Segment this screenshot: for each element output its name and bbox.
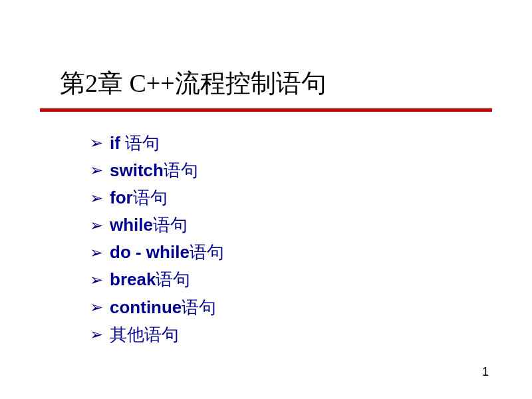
bullet-text: if 语句 bbox=[110, 132, 160, 155]
list-item: ➢ for语句 bbox=[90, 186, 532, 209]
bullet-text: for语句 bbox=[110, 186, 168, 209]
bullet-suffix: 语句 bbox=[164, 160, 198, 180]
bullet-list: ➢ if 语句 ➢ switch语句 ➢ for语句 ➢ while语句 ➢ d… bbox=[0, 132, 532, 346]
bullet-icon: ➢ bbox=[90, 160, 103, 181]
bullet-text: continue语句 bbox=[110, 296, 216, 319]
bullet-keyword: do - while bbox=[110, 242, 190, 262]
bullet-suffix: 语句 bbox=[125, 133, 160, 153]
bullet-icon: ➢ bbox=[90, 132, 103, 154]
bullet-text: switch语句 bbox=[110, 159, 198, 182]
slide-container: 第2章 C++流程控制语句 ➢ if 语句 ➢ switch语句 ➢ for语句… bbox=[0, 0, 532, 399]
list-item: ➢ switch语句 bbox=[90, 159, 532, 182]
bullet-keyword: break bbox=[110, 269, 156, 289]
slide-title: 第2章 C++流程控制语句 bbox=[60, 66, 532, 100]
list-item: ➢ if 语句 bbox=[90, 132, 532, 155]
list-item: ➢ while语句 bbox=[90, 213, 532, 237]
bullet-icon: ➢ bbox=[90, 215, 103, 236]
bullet-keyword: if bbox=[110, 133, 125, 153]
title-container: 第2章 C++流程控制语句 bbox=[0, 66, 532, 100]
bullet-icon: ➢ bbox=[90, 324, 103, 345]
list-item: ➢ continue语句 bbox=[90, 296, 532, 319]
title-divider bbox=[40, 108, 492, 112]
bullet-text: while语句 bbox=[110, 213, 188, 237]
bullet-keyword: continue bbox=[110, 297, 182, 317]
bullet-suffix: 语句 bbox=[190, 242, 224, 262]
bullet-keyword: switch bbox=[110, 160, 164, 180]
bullet-icon: ➢ bbox=[90, 269, 103, 291]
bullet-icon: ➢ bbox=[90, 297, 103, 318]
bullet-keyword: while bbox=[110, 215, 153, 235]
bullet-suffix: 语句 bbox=[133, 188, 168, 207]
bullet-text: 其他语句 bbox=[110, 323, 179, 346]
list-item: ➢ 其他语句 bbox=[90, 323, 532, 346]
bullet-text: break语句 bbox=[110, 268, 190, 291]
bullet-suffix: 语句 bbox=[153, 215, 188, 235]
bullet-suffix: 语句 bbox=[182, 297, 216, 317]
bullet-suffix: 其他语句 bbox=[110, 325, 179, 344]
bullet-icon: ➢ bbox=[90, 188, 103, 209]
bullet-keyword: for bbox=[110, 188, 133, 207]
bullet-suffix: 语句 bbox=[156, 269, 190, 289]
list-item: ➢ break语句 bbox=[90, 268, 532, 291]
bullet-icon: ➢ bbox=[90, 242, 103, 263]
bullet-text: do - while语句 bbox=[110, 241, 224, 264]
list-item: ➢ do - while语句 bbox=[90, 241, 532, 264]
page-number: 1 bbox=[482, 365, 489, 379]
